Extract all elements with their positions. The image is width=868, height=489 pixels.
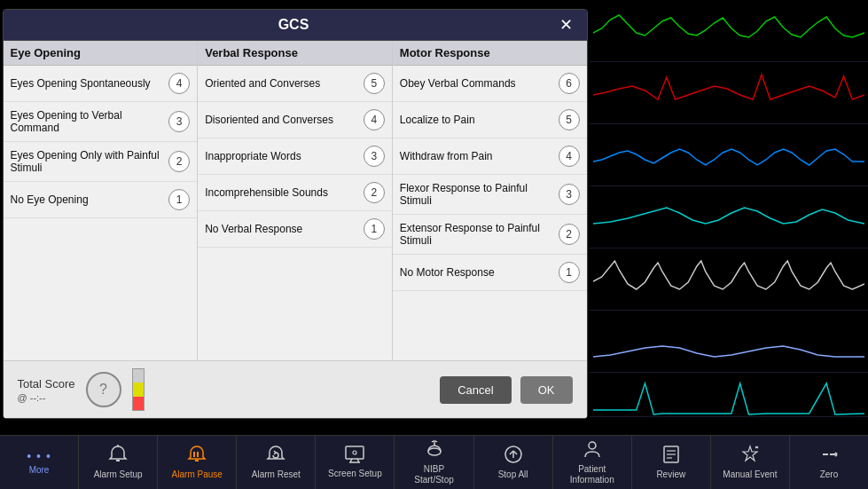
toolbar-btn-alarm-setup[interactable]: Alarm Setup: [79, 436, 158, 489]
verbal-label-1: Oriented and Converses: [205, 77, 364, 90]
eye-opening-item-4[interactable]: No Eye Opening 1: [4, 182, 198, 218]
toolbar-label-stop-all: Stop All: [498, 469, 528, 480]
eye-opening-item-1[interactable]: Eyes Opening Spontaneously 4: [4, 66, 198, 102]
motor-item-3[interactable]: Withdraw from Pain 4: [393, 138, 587, 175]
patient-info-icon: [583, 439, 602, 461]
toolbar-label-nibp: NIBPStart/Stop: [414, 464, 453, 485]
waveform-row-1: [590, 0, 868, 62]
eye-opening-label-1: Eyes Opening Spontaneously: [11, 77, 169, 90]
manual-event-icon: [740, 445, 760, 467]
svg-point-9: [353, 451, 356, 454]
motor-item-2[interactable]: Localize to Pain 5: [393, 102, 587, 138]
verbal-score-1: 5: [364, 73, 385, 94]
waveform-row-2: [590, 62, 868, 124]
motor-response-column: Motor Response Obey Verbal Commands 6 Lo…: [393, 41, 587, 360]
verbal-item-5[interactable]: No Verbal Response 1: [198, 211, 392, 248]
verbal-score-3: 3: [364, 146, 385, 167]
waveform-row-6: [590, 311, 868, 373]
modal-buttons: Cancel OK: [440, 376, 572, 404]
motor-label-6: No Motor Response: [400, 266, 559, 279]
motor-label-1: Obey Verbal Commands: [400, 77, 559, 90]
score-value: @ --:--: [18, 392, 46, 403]
toolbar-btn-patient-info[interactable]: PatientInformation: [553, 436, 632, 489]
motor-label-4: Flexor Response to Painful Stimuli: [400, 182, 559, 207]
eye-opening-column: Eye Opening Eyes Opening Spontaneously 4…: [4, 41, 199, 360]
modal-header: GCS ✕: [4, 10, 587, 41]
eye-opening-header: Eye Opening: [4, 41, 198, 66]
motor-label-3: Withdraw from Pain: [400, 150, 559, 162]
total-score-col: Total Score @ --:--: [18, 377, 75, 403]
modal-body: Eye Opening Eyes Opening Spontaneously 4…: [4, 41, 587, 418]
gcs-columns: Eye Opening Eyes Opening Spontaneously 4…: [4, 41, 587, 360]
stop-all-icon: [504, 445, 523, 467]
ok-button[interactable]: OK: [520, 376, 573, 404]
toolbar-label-patient-info: PatientInformation: [570, 464, 614, 485]
modal-title: GCS: [32, 17, 556, 33]
svg-line-26: [835, 454, 837, 456]
score-bar: [132, 368, 145, 411]
eye-opening-label-4: No Eye Opening: [11, 193, 169, 206]
toolbar-label-zero: Zero: [820, 469, 839, 480]
svg-point-16: [589, 442, 596, 449]
motor-score-4: 3: [559, 184, 580, 205]
waveform-row-3: [590, 124, 868, 186]
total-score-circle: ?: [86, 372, 121, 407]
verbal-score-2: 4: [364, 109, 385, 130]
toolbar-btn-review[interactable]: Review: [632, 436, 711, 489]
toolbar-btn-manual-event[interactable]: Manual Event: [711, 436, 790, 489]
toolbar-btn-nibp[interactable]: NIBPStart/Stop: [395, 436, 473, 489]
motor-response-header: Motor Response: [393, 41, 587, 66]
waveform-row-5: [590, 248, 868, 311]
eye-opening-score-3: 2: [168, 151, 190, 172]
cancel-button[interactable]: Cancel: [440, 376, 511, 404]
eye-opening-score-2: 3: [168, 111, 190, 132]
toolbar-label-screen-setup: Screen Setup: [328, 469, 382, 479]
motor-label-2: Localize to Pain: [400, 114, 559, 126]
score-bar-red: [133, 397, 144, 410]
screen-setup-icon: [345, 446, 364, 466]
verbal-item-2[interactable]: Disoriented and Converses 4: [198, 102, 392, 138]
verbal-score-4: 2: [364, 182, 385, 203]
svg-point-10: [428, 448, 441, 455]
toolbar-btn-more[interactable]: • • • More: [0, 436, 79, 489]
motor-item-1[interactable]: Obey Verbal Commands 6: [393, 66, 587, 102]
toolbar-label-manual-event: Manual Event: [723, 469, 777, 480]
verbal-score-5: 1: [364, 218, 385, 240]
toolbar-label-alarm-reset: Alarm Reset: [252, 469, 301, 480]
verbal-item-4[interactable]: Incomprehensible Sounds 2: [198, 175, 392, 211]
alarm-setup-icon: [108, 445, 128, 467]
eye-opening-item-2[interactable]: Eyes Opening to Verbal Command 3: [4, 102, 198, 142]
toolbar-btn-stop-all[interactable]: Stop All: [474, 436, 553, 489]
verbal-response-header: Verbal Response: [198, 41, 392, 66]
gcs-modal: GCS ✕ Eye Opening Eyes Opening Spontaneo…: [3, 9, 588, 419]
motor-score-5: 2: [559, 224, 580, 245]
motor-item-6[interactable]: No Motor Response 1: [393, 255, 587, 291]
verbal-item-1[interactable]: Oriented and Converses 5: [198, 66, 392, 102]
alarm-reset-icon: [266, 445, 285, 467]
motor-score-2: 5: [559, 109, 580, 130]
toolbar-btn-alarm-reset[interactable]: Alarm Reset: [237, 436, 316, 489]
score-bar-gray: [133, 369, 144, 383]
toolbar-label-alarm-pause: Alarm Pause: [172, 469, 223, 480]
modal-close-button[interactable]: ✕: [556, 15, 576, 35]
eye-opening-label-3: Eyes Opening Only with Painful Stimuli: [11, 149, 169, 174]
verbal-item-3[interactable]: Inappropriate Words 3: [198, 138, 392, 175]
toolbar-btn-alarm-pause[interactable]: Alarm Pause: [158, 436, 237, 489]
toolbar-btn-zero[interactable]: Zero: [790, 436, 868, 489]
toolbar: • • • More Alarm Setup Alarm Pause: [0, 435, 868, 489]
total-score-label: Total Score: [18, 377, 75, 390]
toolbar-label-review: Review: [656, 469, 685, 480]
review-icon: [661, 445, 681, 467]
toolbar-btn-screen-setup[interactable]: Screen Setup: [316, 436, 395, 489]
waveform-row-4: [590, 186, 868, 248]
modal-overlay: GCS ✕ Eye Opening Eyes Opening Spontaneo…: [0, 0, 590, 435]
zero-icon: [819, 445, 839, 467]
verbal-label-2: Disoriented and Converses: [205, 114, 364, 126]
waveform-row-7: [590, 373, 868, 417]
verbal-response-column: Verbal Response Oriented and Converses 5…: [198, 41, 393, 360]
motor-score-3: 4: [559, 146, 580, 167]
motor-item-5[interactable]: Extensor Response to Painful Stimuli 2: [393, 215, 587, 255]
verbal-label-5: No Verbal Response: [205, 223, 364, 235]
motor-item-4[interactable]: Flexor Response to Painful Stimuli 3: [393, 175, 587, 215]
eye-opening-item-3[interactable]: Eyes Opening Only with Painful Stimuli 2: [4, 142, 198, 182]
